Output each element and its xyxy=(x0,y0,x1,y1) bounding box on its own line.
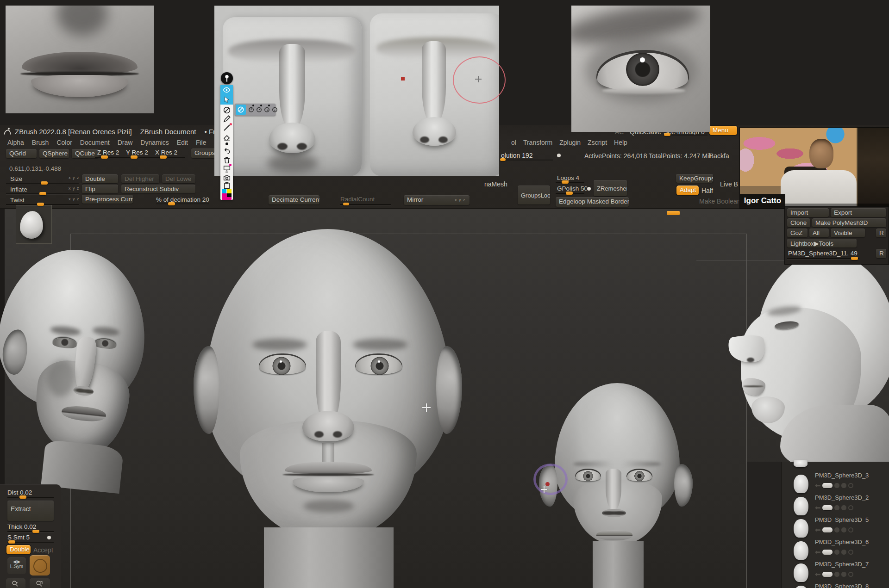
polypaint-icon[interactable] xyxy=(834,550,839,555)
palette-undo-button[interactable] xyxy=(223,147,231,155)
make-polymesh3d-button[interactable]: Make PolyMesh3D xyxy=(812,218,886,227)
uv-icon[interactable] xyxy=(841,505,846,510)
subtool-label[interactable]: PM3D_Sphere3D_2 xyxy=(815,494,869,501)
size-slider-label[interactable]: Size xyxy=(10,175,22,182)
swatch-yellow[interactable] xyxy=(227,189,232,193)
menu-item-zscript[interactable]: Zscript xyxy=(588,139,607,146)
goz-r-button[interactable]: R xyxy=(876,229,886,237)
uv-icon[interactable] xyxy=(841,572,846,577)
del-higher-button[interactable]: Del Higher xyxy=(121,174,159,183)
palette-nodraw-button[interactable] xyxy=(223,106,231,114)
extract-double-button[interactable]: Double xyxy=(6,545,31,554)
clone-button[interactable]: Clone xyxy=(787,218,810,227)
export-button[interactable]: Export xyxy=(831,208,886,217)
size-axes-label[interactable]: x y z xyxy=(69,175,80,180)
zres-slider-label[interactable]: Z Res 2 xyxy=(97,149,119,156)
half-button[interactable]: Half xyxy=(701,187,713,194)
dist-slider-label[interactable]: Dist 0.02 xyxy=(7,489,32,496)
gpolish-toggle-dot[interactable] xyxy=(587,187,591,191)
menu-item-help[interactable]: Help xyxy=(614,139,627,146)
menu-item-transform[interactable]: Transform xyxy=(523,139,552,146)
dist-handle[interactable] xyxy=(19,495,26,499)
display-icon[interactable] xyxy=(848,550,853,555)
lightbox-tools-button[interactable]: Lightbox▶Tools xyxy=(787,239,857,248)
decimation-handle[interactable] xyxy=(168,202,175,205)
all-button[interactable]: All xyxy=(809,229,829,237)
active-tool-r-button[interactable]: R xyxy=(876,249,886,258)
menu-item-color[interactable]: Color xyxy=(56,139,72,146)
flyout-timer-2[interactable] xyxy=(256,106,263,113)
swatch-black[interactable] xyxy=(227,193,232,197)
goz-mini-icon[interactable] xyxy=(815,551,820,554)
flyout-timer-1[interactable] xyxy=(248,106,255,113)
qsphere-button[interactable]: QSphere xyxy=(39,149,69,158)
backface-partial-label[interactable]: Backfa xyxy=(709,152,729,160)
subtool-item[interactable]: PM3D_Sphere3D_2 xyxy=(794,493,889,514)
polypaint-icon[interactable] xyxy=(834,527,839,532)
resolution-handle[interactable] xyxy=(500,158,506,161)
subtool-label[interactable]: PM3D_Sphere3D_3 xyxy=(815,472,869,479)
double-button[interactable]: Double xyxy=(82,174,118,183)
zoom-doc-button[interactable] xyxy=(30,578,50,588)
subtool-item[interactable]: PM3D_Sphere3D_7 xyxy=(794,560,889,581)
inflate-axes-label[interactable]: x y z xyxy=(69,186,80,191)
subtool-label[interactable]: PM3D_Sphere3D_6 xyxy=(815,538,869,545)
palette-cursor-button[interactable] xyxy=(220,95,233,105)
goz-mini-icon[interactable] xyxy=(815,506,820,510)
thick-slider-label[interactable]: Thick 0.02 xyxy=(7,523,36,530)
menu-item-document[interactable]: Document xyxy=(80,139,110,146)
menu-item-tool-partial[interactable]: ol xyxy=(511,139,516,146)
resolution-toggle-dot[interactable] xyxy=(557,154,561,157)
zoom-in-button[interactable] xyxy=(6,578,25,588)
dynamesh-partial-label[interactable]: naMesh xyxy=(484,180,507,188)
make-boolean-button[interactable]: Make Boolean xyxy=(699,198,741,205)
resolution-partial-label[interactable]: olution 192 xyxy=(501,152,533,159)
radialcount-handle[interactable] xyxy=(343,203,349,205)
palette-eraser-button[interactable] xyxy=(223,133,231,141)
ssmt-toggle-dot[interactable] xyxy=(47,536,51,539)
active-tool-label[interactable]: PM3D_Sphere3D_11. 49 xyxy=(788,250,858,257)
polypaint-icon[interactable] xyxy=(834,505,839,510)
yres-handle[interactable] xyxy=(131,155,138,159)
goz-button[interactable]: GoZ xyxy=(787,229,808,237)
flip-button[interactable]: Flip xyxy=(82,185,118,193)
uv-icon[interactable] xyxy=(841,483,846,488)
inflate-slider-label[interactable]: Inflate xyxy=(10,186,27,193)
ssmt-slider-label[interactable]: S Smt 5 xyxy=(7,534,30,541)
subtool-thumbnail[interactable] xyxy=(794,475,808,493)
menu-item-dynamics[interactable]: Dynamics xyxy=(140,139,169,146)
xres-slider-label[interactable]: X Res 2 xyxy=(155,149,177,156)
palette-clipboard-button[interactable] xyxy=(223,181,231,190)
thick-handle[interactable] xyxy=(32,530,39,533)
display-icon[interactable] xyxy=(848,483,853,488)
flyout-timer-4[interactable] xyxy=(271,106,278,113)
thick-track[interactable] xyxy=(7,531,54,532)
palette-clear-button[interactable] xyxy=(223,156,231,164)
extract-button[interactable]: Extract xyxy=(7,501,54,521)
menu-item-brush[interactable]: Brush xyxy=(32,139,49,146)
groupsloops-button[interactable]: GroupsLoops xyxy=(518,186,550,204)
subtool-thumbnail[interactable] xyxy=(794,541,808,560)
dist-track[interactable] xyxy=(7,497,54,498)
subtool-item[interactable]: PM3D_Sphere3D_5 xyxy=(794,515,889,537)
subtool-thumb-partial[interactable] xyxy=(794,460,808,467)
goz-mini-icon[interactable] xyxy=(815,528,820,532)
gpolish-slider-label[interactable]: GPolish 50 xyxy=(557,185,588,192)
xres-track[interactable] xyxy=(153,157,185,158)
edgeloop-masked-border-button[interactable]: Edgeloop Masked Border xyxy=(556,197,629,207)
twist-axes-label[interactable]: x y z xyxy=(69,197,80,201)
display-icon[interactable] xyxy=(848,505,853,510)
menu-item-alpha[interactable]: Alpha xyxy=(7,139,24,146)
material-preview-button[interactable] xyxy=(30,555,50,576)
polypaint-icon[interactable] xyxy=(834,572,839,577)
preprocess-current-button[interactable]: Pre-process Current xyxy=(82,195,133,204)
palette-screenshot-button[interactable] xyxy=(223,173,231,182)
uv-icon[interactable] xyxy=(841,550,846,555)
see-through-handle[interactable] xyxy=(664,133,670,136)
goz-mini-icon[interactable] xyxy=(815,573,820,576)
menu-item-draw[interactable]: Draw xyxy=(118,139,133,146)
adapt-button[interactable]: Adapt xyxy=(676,186,699,195)
active-tool-handle[interactable] xyxy=(851,257,858,260)
visibility-toggle-icon[interactable] xyxy=(822,505,833,510)
goz-mini-icon[interactable] xyxy=(815,484,820,488)
